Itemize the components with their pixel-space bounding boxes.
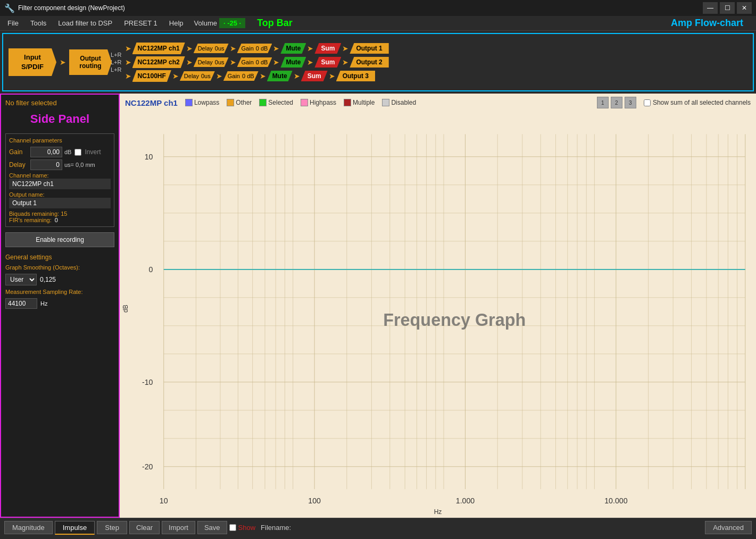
ch3-output[interactable]: Output 3 [336, 71, 375, 81]
svg-text:10: 10 [145, 153, 153, 161]
svg-text:1.000: 1.000 [456, 496, 475, 504]
gain-row: Gain dB Invert [9, 147, 111, 157]
lowpass-label: Lowpass [194, 99, 219, 106]
channel-btn-2[interactable]: 2 [611, 97, 622, 108]
sampling-label: Measurement Sampling Rate: [5, 289, 114, 295]
ch1-name[interactable]: NC122MP ch1 [132, 43, 185, 54]
menu-file[interactable]: File [2, 17, 24, 29]
disabled-label: Disabled [391, 99, 416, 106]
lowpass-color-box [185, 99, 193, 106]
ch3-gain[interactable]: Gain 0 dB [223, 71, 259, 81]
ch2-mute[interactable]: Mute [280, 57, 306, 68]
routing-block[interactable]: Output routing [69, 49, 112, 75]
show-sum-label: Show sum of all selected channels [653, 99, 751, 106]
ch1-mute[interactable]: Mute [280, 43, 306, 54]
ch3-name[interactable]: NC100HF [132, 70, 171, 82]
menu-tools[interactable]: Tools [25, 17, 52, 29]
save-button[interactable]: Save [197, 521, 227, 534]
menu-preset[interactable]: PRESET 1 [119, 17, 163, 29]
firs-label: FIR's remaining: [9, 217, 52, 223]
maximize-button[interactable]: ☐ [720, 2, 735, 14]
topbar-label: Top Bar [257, 18, 293, 29]
graph-y-label: dB [120, 112, 131, 506]
gain-unit: dB [64, 149, 71, 155]
show-label: Show [238, 524, 256, 532]
no-filter-label: No filter selected [5, 99, 114, 107]
smooth-row: User 1/3 1/6 1/12 None 0,125 [5, 274, 114, 285]
volume-section: Volume · -25 · [194, 18, 246, 28]
invert-checkbox[interactable] [74, 149, 81, 156]
highpass-label: Highpass [310, 99, 336, 106]
ch2-output[interactable]: Output 2 [350, 57, 388, 68]
input-block[interactable]: Input S/PDIF [9, 48, 56, 76]
gain-input[interactable] [30, 147, 62, 157]
smooth-select[interactable]: User 1/3 1/6 1/12 None [5, 274, 37, 285]
bottom-bar: Magnitude Impulse Step Clear Import Save… [0, 518, 756, 537]
ch1-sum[interactable]: Sum [314, 43, 341, 54]
show-sum-checkbox[interactable] [644, 99, 651, 106]
delay-label: Delay [9, 161, 28, 169]
channel-params-box: Channel parameters Gain dB Invert Delay … [5, 133, 114, 227]
app-icon: 🔧 [4, 3, 15, 13]
side-panel-title: Side Panel [5, 112, 114, 126]
close-button[interactable]: ✕ [737, 2, 752, 14]
tab-magnitude[interactable]: Magnitude [4, 521, 53, 534]
ch3-connector: ➤ [125, 72, 131, 80]
ch3-sum[interactable]: Sum [301, 71, 328, 81]
channel-btn-3[interactable]: 3 [625, 97, 636, 108]
svg-text:10: 10 [160, 496, 168, 504]
legend-disabled: Disabled [382, 99, 416, 106]
clear-button[interactable]: Clear [129, 521, 160, 534]
svg-text:-10: -10 [142, 378, 153, 386]
channel-params-title: Channel parameters [9, 137, 111, 144]
menu-load-filter[interactable]: Load filter to DSP [53, 17, 118, 29]
tab-step[interactable]: Step [97, 521, 127, 534]
svg-text:0: 0 [149, 265, 153, 274]
ch2-name[interactable]: NC122MP ch2 [132, 56, 185, 68]
channel-name-value: NC122MP ch1 [9, 179, 111, 189]
minimize-button[interactable]: — [703, 2, 718, 14]
ch2-gain[interactable]: Gain 0 dB [237, 57, 272, 67]
ch1-connector: ➤ [125, 44, 131, 53]
ch3-mute[interactable]: Mute [267, 71, 293, 81]
ch3-delay[interactable]: Delay 0us [180, 71, 215, 81]
ch2-sum[interactable]: Sum [314, 57, 341, 68]
firs-value: 0 [55, 217, 58, 223]
volume-label: Volume [194, 19, 217, 27]
channel-buttons: 1 2 3 [597, 97, 636, 108]
smooth-value: 0,125 [40, 276, 56, 283]
main-area: No filter selected Side Panel Channel pa… [0, 94, 756, 518]
sampling-unit: Hz [40, 300, 47, 307]
ch1-delay[interactable]: Delay 0us [194, 44, 229, 53]
volume-value[interactable]: · -25 · [219, 18, 245, 28]
legend-other: Other [227, 99, 252, 106]
sampling-input[interactable] [5, 298, 37, 309]
channel-btn-1[interactable]: 1 [597, 97, 609, 108]
menu-help[interactable]: Help [164, 17, 189, 29]
window-title: Filter component design (NewProject) [18, 4, 125, 12]
svg-text:10.000: 10.000 [604, 496, 627, 504]
side-panel: No filter selected Side Panel Channel pa… [0, 94, 120, 518]
graph-canvas[interactable]: 10 0 -10 -20 10 100 1.000 10.000 Frequen… [131, 112, 756, 506]
firs-row: FIR's remaining: 0 [9, 217, 111, 223]
tab-impulse[interactable]: Impulse [55, 521, 95, 535]
menubar: File Tools Load filter to DSP PRESET 1 H… [0, 16, 756, 31]
show-sum-row: Show sum of all selected channels [644, 99, 751, 106]
ch2-connector: ➤ [125, 58, 131, 66]
ch1-gain[interactable]: Gain 0 dB [237, 44, 272, 53]
ch2-delay[interactable]: Delay 0us [194, 57, 229, 67]
svg-text:100: 100 [308, 496, 321, 504]
import-button[interactable]: Import [162, 521, 195, 534]
highpass-color-box [301, 99, 308, 106]
show-checkbox[interactable] [229, 524, 236, 531]
advanced-button[interactable]: Advanced [705, 521, 752, 534]
legend-multiple: Multiple [344, 99, 375, 106]
enable-recording-button[interactable]: Enable recording [5, 232, 114, 247]
selected-color-box [259, 99, 267, 106]
legend-highpass: Highpass [301, 99, 336, 106]
delay-input[interactable] [30, 159, 62, 170]
biquads-label: Biquads remaining: 15 [9, 210, 111, 217]
ch1-output[interactable]: Output 1 [350, 43, 388, 54]
graph-area: NC122MP ch1 Lowpass Other Selected Highp… [120, 94, 756, 518]
titlebar: 🔧 Filter component design (NewProject) —… [0, 0, 756, 16]
